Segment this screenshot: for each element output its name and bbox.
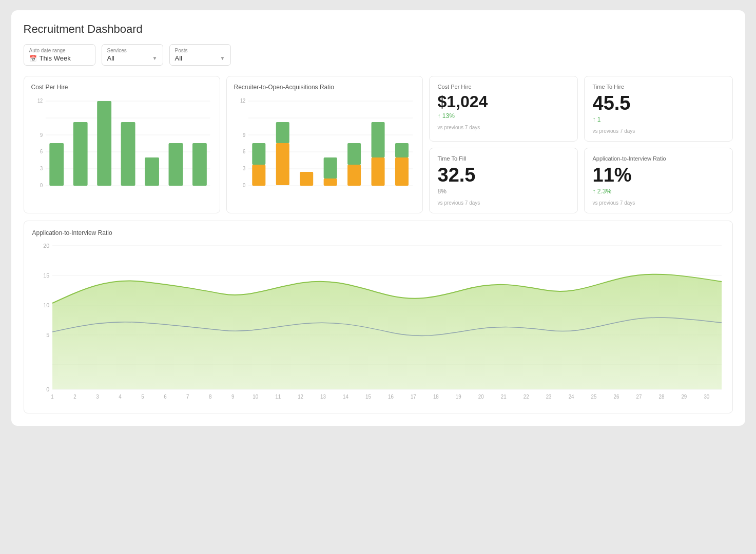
svg-text:10: 10 (43, 302, 49, 308)
dashboard-container: Recruitment Dashboard Auto date range 📅 … (11, 10, 745, 426)
recruiter-ratio-chart-area: 12 9 6 3 0 (234, 96, 415, 199)
svg-text:0: 0 (243, 183, 245, 188)
svg-rect-38 (371, 157, 384, 186)
svg-rect-11 (49, 143, 64, 186)
cost-per-hire-chart-title: Cost Per Hire (31, 84, 212, 91)
cost-per-hire-kpi-change: ↑ 13% (438, 112, 569, 120)
svg-rect-35 (323, 157, 337, 179)
svg-text:26: 26 (613, 393, 619, 399)
svg-text:29: 29 (681, 393, 687, 399)
svg-rect-40 (395, 157, 408, 186)
svg-text:28: 28 (658, 393, 664, 399)
svg-text:15: 15 (365, 393, 371, 399)
app-to-interview-kpi: Application-to-Interview Ratio 11% ↑ 2.3… (584, 148, 733, 213)
svg-rect-37 (347, 143, 361, 165)
svg-text:7: 7 (186, 393, 189, 399)
time-to-fill-kpi-value: 32.5 (438, 165, 569, 186)
svg-text:15: 15 (43, 272, 49, 278)
cost-per-hire-kpi-title: Cost Per Hire (438, 84, 569, 90)
svg-rect-36 (347, 165, 361, 186)
svg-text:4: 4 (119, 393, 122, 399)
calendar-icon: 📅 (29, 55, 37, 62)
svg-rect-34 (323, 179, 337, 186)
svg-rect-17 (192, 143, 206, 186)
svg-text:22: 22 (523, 393, 529, 399)
svg-text:6: 6 (164, 393, 167, 399)
svg-rect-41 (395, 143, 408, 157)
svg-text:0: 0 (46, 386, 49, 392)
services-filter[interactable]: Services All ▼ (102, 44, 163, 66)
svg-rect-14 (121, 122, 135, 186)
svg-text:18: 18 (433, 393, 438, 399)
cost-per-hire-kpi: Cost Per Hire $1,024 ↑ 13% vs previous 7… (429, 76, 578, 142)
app-interview-area-chart: Application-to-Interview Ratio 20 15 10 … (24, 221, 733, 413)
recruiter-ratio-svg: 12 9 6 3 0 (234, 96, 415, 199)
recruiter-ratio-chart: Recruiter-to-Open-Acquisitions Ratio 12 … (226, 76, 423, 213)
page-title: Recruitment Dashboard (24, 23, 733, 36)
svg-text:2: 2 (73, 393, 76, 399)
time-to-hire-kpi: Time To Hire 45.5 ↑ 1 vs previous 7 days (584, 76, 733, 142)
app-interview-area-chart-title: Application-to-Interview Ratio (32, 229, 724, 236)
services-value-row: All ▼ (107, 54, 158, 62)
svg-text:14: 14 (343, 393, 348, 399)
services-label: Services (107, 48, 158, 53)
svg-rect-30 (252, 143, 265, 165)
kpi-col-1: Cost Per Hire $1,024 ↑ 13% vs previous 7… (429, 76, 578, 213)
services-value: All (107, 54, 114, 62)
svg-text:13: 13 (320, 393, 326, 399)
svg-text:12: 12 (240, 98, 245, 104)
top-charts-row: Cost Per Hire 12 9 6 3 0 (24, 76, 733, 213)
svg-rect-29 (252, 165, 265, 186)
svg-text:5: 5 (46, 331, 49, 338)
date-range-value-row: 📅 This Week (29, 54, 90, 62)
time-to-fill-kpi-vs: vs previous 7 days (438, 200, 569, 206)
svg-text:20: 20 (478, 393, 483, 399)
svg-text:21: 21 (500, 393, 506, 399)
svg-text:12: 12 (37, 98, 42, 104)
cost-per-hire-svg: 12 9 6 3 0 (31, 96, 212, 199)
kpi-col-2: Time To Hire 45.5 ↑ 1 vs previous 7 days… (584, 76, 733, 213)
svg-text:6: 6 (40, 149, 43, 154)
svg-text:6: 6 (243, 149, 245, 154)
svg-text:1: 1 (51, 393, 54, 399)
svg-text:9: 9 (243, 132, 245, 138)
svg-rect-31 (276, 143, 289, 185)
time-to-fill-kpi: Time To Fill 32.5 8% vs previous 7 days (429, 148, 578, 213)
svg-rect-39 (371, 122, 384, 157)
svg-text:24: 24 (568, 393, 574, 399)
svg-rect-32 (276, 122, 289, 143)
svg-text:17: 17 (410, 393, 416, 399)
svg-text:3: 3 (96, 393, 99, 399)
svg-text:8: 8 (209, 393, 212, 399)
svg-text:3: 3 (40, 166, 43, 171)
svg-text:25: 25 (591, 393, 596, 399)
cost-per-hire-chart: Cost Per Hire 12 9 6 3 0 (24, 76, 220, 213)
time-to-fill-kpi-change: 8% (438, 188, 569, 195)
app-to-interview-kpi-title: Application-to-Interview Ratio (593, 155, 724, 162)
posts-chevron-icon: ▼ (220, 55, 225, 61)
svg-text:11: 11 (275, 393, 281, 399)
recruiter-ratio-chart-title: Recruiter-to-Open-Acquisitions Ratio (234, 84, 415, 91)
area-chart-svg: 20 15 10 5 0 (32, 241, 724, 405)
svg-text:16: 16 (387, 393, 393, 399)
svg-rect-12 (73, 122, 87, 186)
time-to-hire-kpi-title: Time To Hire (593, 84, 724, 90)
area-chart-area: 20 15 10 5 0 (32, 241, 724, 405)
svg-rect-13 (97, 101, 111, 186)
svg-text:20: 20 (43, 242, 49, 248)
svg-rect-16 (168, 143, 183, 186)
cost-per-hire-kpi-vs: vs previous 7 days (438, 125, 569, 130)
date-range-filter[interactable]: Auto date range 📅 This Week (24, 44, 95, 66)
posts-label: Posts (175, 48, 225, 53)
svg-rect-33 (300, 172, 313, 186)
app-to-interview-kpi-vs: vs previous 7 days (593, 200, 724, 206)
posts-value-row: All ▼ (175, 54, 225, 62)
time-to-hire-kpi-value: 45.5 (593, 93, 724, 114)
cost-per-hire-chart-area: 12 9 6 3 0 (31, 96, 212, 199)
posts-filter[interactable]: Posts All ▼ (169, 44, 231, 66)
time-to-hire-kpi-vs: vs previous 7 days (593, 128, 724, 134)
svg-text:23: 23 (546, 393, 551, 399)
cost-per-hire-kpi-value: $1,024 (438, 93, 569, 111)
svg-text:27: 27 (636, 393, 642, 399)
svg-text:0: 0 (40, 183, 43, 188)
